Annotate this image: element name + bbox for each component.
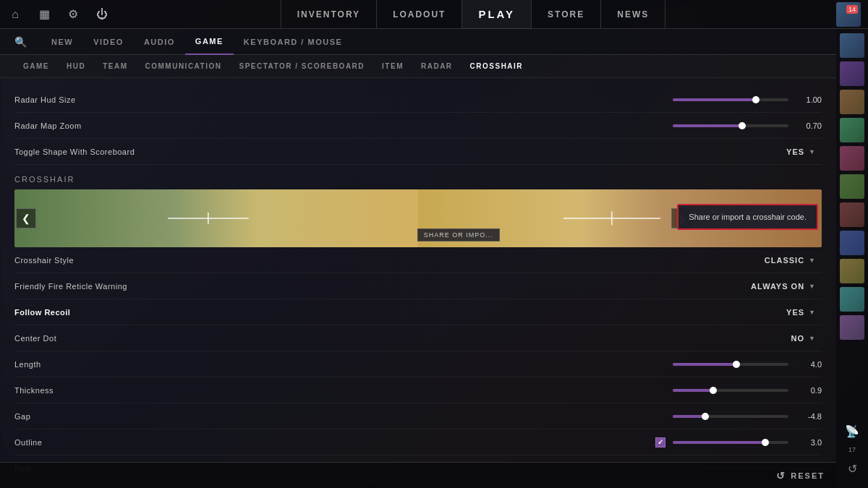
outline-checkbox[interactable]: ✓ [655,437,665,448]
notification-badge: 14 [846,5,858,14]
thickness-value: 0.9 [796,386,822,395]
catnav-spectator-scoreboard[interactable]: SPECTATOR / SCOREBOARD [231,55,374,78]
checkmark-icon: ✓ [658,438,663,446]
subnav-tab-new[interactable]: NEW [41,29,83,55]
slider-fill [673,415,705,418]
gap-slider[interactable] [673,415,788,418]
main-content: 🔍 NEW VIDEO AUDIO GAME KEYBOARD / MOUSE … [0,29,836,488]
sidebar-avatar-5[interactable] [840,146,864,171]
friendly-fire-control: ALWAYS ON ▼ [745,279,822,294]
follow-recoil-label: Follow Recoil [14,308,780,317]
home-icon[interactable]: ⌂ [7,7,23,22]
settings-subnav: 🔍 NEW VIDEO AUDIO GAME KEYBOARD / MOUSE [0,29,836,55]
setting-row-crosshair-style: Crosshair Style CLASSIC ▼ [14,247,822,273]
sidebar-avatar-10[interactable] [840,287,864,312]
crosshair-tooltip: Share or import a crosshair code. [677,204,818,230]
toggle-shape-label: Toggle Shape With Scoreboard [14,147,780,156]
slider-fill [673,363,736,366]
sidebar-avatar-8[interactable] [840,231,864,255]
thickness-slider[interactable] [673,389,788,392]
subnav-tab-audio[interactable]: AUDIO [134,29,185,55]
crosshair-style-label: Crosshair Style [14,256,759,265]
slider-thumb[interactable] [739,122,746,129]
reset-button[interactable]: ↺ RESET [776,470,825,481]
search-icon[interactable]: 🔍 [14,36,27,48]
subnav-tab-video[interactable]: VIDEO [83,29,134,55]
center-dot-control: NO ▼ [786,331,822,346]
top-nav-center: INVENTORY LOADOUT PLAY STORE NEWS [281,0,665,29]
chevron-down-icon: ▼ [809,148,816,155]
catnav-communication[interactable]: COMMUNICATION [137,55,231,78]
slider-fill [673,441,765,444]
friendly-fire-dropdown[interactable]: ALWAYS ON ▼ [745,279,822,294]
sidebar-avatar-6[interactable] [840,174,864,199]
slider-thumb[interactable] [752,96,760,103]
catnav-crosshair[interactable]: CROSSHAIR [461,55,532,78]
radar-hud-size-value: 1.00 [796,95,822,104]
subnav-tab-keyboard-mouse[interactable]: KEYBOARD / MOUSE [234,29,352,55]
setting-row-toggle-shape: Toggle Shape With Scoreboard YES ▼ [14,139,822,165]
radar-map-zoom-control: 0.70 [673,121,822,130]
sidebar-avatar-7[interactable] [840,202,864,227]
outline-slider[interactable] [673,441,788,444]
catnav-hud[interactable]: HUD [58,55,94,78]
catnav-game[interactable]: GAME [14,55,58,78]
catnav-radar[interactable]: RADAR [412,55,461,78]
radar-map-zoom-slider[interactable] [673,124,788,127]
subnav-tab-game[interactable]: GAME [185,29,234,55]
nav-tab-play[interactable]: PLAY [462,0,532,29]
center-dot-dropdown[interactable]: NO ▼ [786,331,822,346]
bottom-bar: ↺ RESET [0,462,836,488]
sidebar-avatar-3[interactable] [840,90,864,114]
catnav-team[interactable]: TEAM [94,55,136,78]
nav-tab-inventory[interactable]: INVENTORY [281,0,377,29]
settings-category-nav: GAME HUD TEAM COMMUNICATION SPECTATOR / … [0,55,836,78]
nav-tab-store[interactable]: STORE [532,0,601,29]
toggle-shape-dropdown[interactable]: YES ▼ [780,145,822,159]
power-icon[interactable]: ⏻ [94,7,110,22]
radar-hud-size-control: 1.00 [673,95,822,104]
slider-thumb[interactable] [702,413,709,420]
gap-label: Gap [14,412,673,421]
radar-map-zoom-value: 0.70 [796,121,822,130]
settings-icon[interactable]: ⚙ [65,7,81,22]
sidebar-radio-icon[interactable]: 📡 [841,420,863,442]
sidebar-bottom: 📡 17 ↺ [841,420,863,484]
gap-value: -4.8 [796,412,822,421]
crosshair-prev-arrow[interactable]: ❮ [16,208,36,228]
nav-tab-loadout[interactable]: LOADOUT [377,0,462,29]
sidebar-avatar-1[interactable] [840,33,864,58]
crosshair-preview-wrapper: ❮ ❯ Share or Impo... Share or import a c… [14,189,822,247]
share-import-button[interactable]: Share or Impo... [417,228,500,241]
follow-recoil-control: YES ▼ [780,305,822,320]
radar-hud-size-label: Radar Hud Size [14,95,673,104]
sidebar-avatar-11[interactable] [840,315,864,340]
setting-row-center-dot: Center Dot NO ▼ [14,325,822,351]
sidebar-avatar-4[interactable] [840,118,864,142]
slider-thumb[interactable] [762,439,769,446]
catnav-item[interactable]: ITEM [373,55,412,78]
slider-fill [673,98,756,101]
outline-control: ✓ 3.0 [655,437,822,448]
gap-control: -4.8 [673,412,822,421]
radar-hud-size-slider[interactable] [673,98,788,101]
nav-tab-news[interactable]: NEWS [601,0,665,29]
crosshair-style-dropdown[interactable]: CLASSIC ▼ [759,253,822,267]
setting-row-gap: Gap -4.8 [14,403,822,429]
game-icon[interactable]: ▦ [36,7,52,22]
thickness-control: 0.9 [673,386,822,395]
follow-recoil-dropdown[interactable]: YES ▼ [780,305,822,320]
length-label: Length [14,360,673,369]
slider-thumb[interactable] [733,361,740,368]
length-slider[interactable] [673,363,788,366]
friendly-fire-label: Friendly Fire Reticle Warning [14,282,745,291]
outline-value: 3.0 [796,438,822,447]
setting-row-radar-hud-size: Radar Hud Size 1.00 [14,87,822,113]
slider-thumb[interactable] [710,387,717,394]
sidebar-settings-icon[interactable]: ↺ [841,458,863,479]
sidebar-avatar-9[interactable] [840,259,864,283]
crosshair-style-control: CLASSIC ▼ [759,253,822,267]
user-avatar-top[interactable]: 14 [836,2,861,27]
setting-row-follow-recoil: Follow Recoil YES ▼ [14,299,822,325]
sidebar-avatar-2[interactable] [840,61,864,86]
